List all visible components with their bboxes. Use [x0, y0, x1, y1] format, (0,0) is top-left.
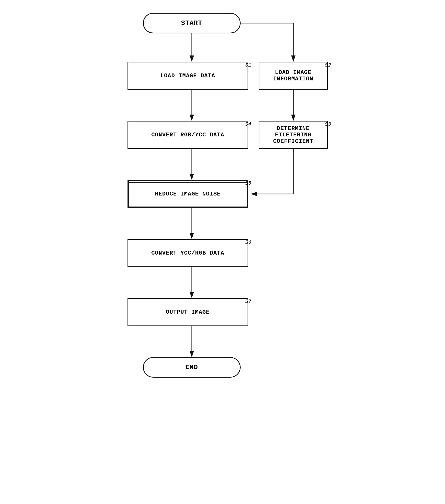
load-image-data-node: LOAD IMAGE DATA [128, 62, 248, 90]
step-label-s4: S4 [245, 121, 251, 127]
start-node: START [143, 13, 241, 33]
load-image-info-node: LOAD IMAGE INFORMATION [259, 62, 328, 90]
step-label-s2: S2 [325, 62, 331, 68]
convert-rgb-ycc-node: CONVERT RGB/YCC DATA [128, 121, 248, 149]
convert-ycc-rgb-node: CONVERT YCC/RGB DATA [128, 239, 248, 267]
step-label-s5: S5 [245, 180, 251, 186]
step-label-s6: S6 [245, 239, 251, 245]
reduce-image-noise-node: REDUCE IMAGE NOISE [128, 180, 248, 208]
end-node: END [143, 357, 241, 378]
output-image-node: OUTPUT IMAGE [128, 298, 248, 326]
flowchart: START LOAD IMAGE DATA S1 LOAD IMAGE INFO… [112, 5, 333, 493]
step-label-s3: S3 [325, 121, 331, 127]
determine-filtering-node: DETERMINE FILETERING COEFFICIENT [259, 121, 328, 149]
step-label-s7: S7 [245, 298, 251, 304]
step-label-s1: S1 [245, 62, 251, 68]
